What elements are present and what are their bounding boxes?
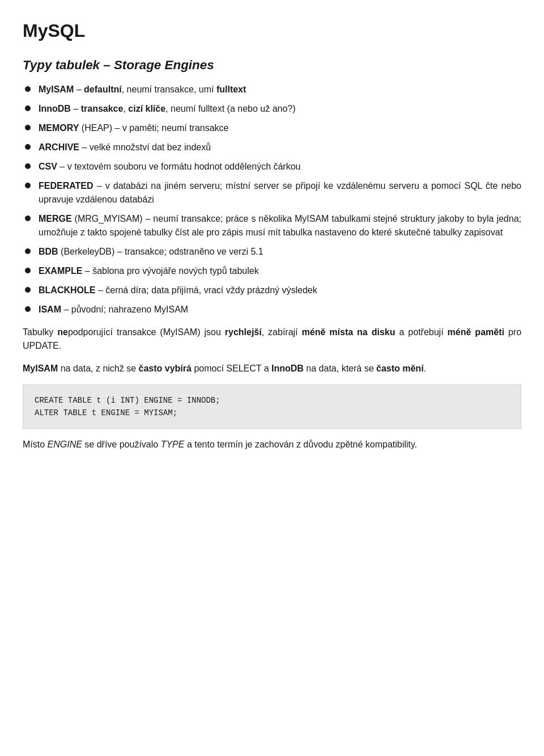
- list-item-merge: MERGE (MRG_MYISAM) – neumí transakce; pr…: [23, 212, 521, 239]
- paragraph-engine-type: Místo ENGINE se dříve používalo TYPE a t…: [23, 438, 521, 451]
- list-item-innodb: InnoDB – transakce, cizí klíče, neumí fu…: [23, 102, 521, 116]
- item-text-federated: FEDERATED – v databázi na jiném serveru;…: [39, 179, 521, 206]
- bullet-dot: [25, 287, 31, 293]
- page-title: MySQL: [23, 17, 521, 44]
- bullet-dot: [25, 163, 31, 169]
- item-text-merge: MERGE (MRG_MYISAM) – neumí transakce; pr…: [39, 212, 521, 239]
- item-text-csv: CSV – v textovém souboru ve formátu hodn…: [39, 160, 521, 174]
- bullet-dot: [25, 268, 31, 273]
- bullet-dot: [25, 216, 31, 221]
- bullet-dot: [25, 183, 31, 188]
- list-item-isam: ISAM – původní; nahrazeno MyISAM: [23, 303, 521, 316]
- list-item-example: EXAMPLE – šablona pro vývojáře nových ty…: [23, 264, 521, 278]
- paragraph-myisam-innodb: MyISAM na data, z nichž se často vybírá …: [23, 362, 521, 375]
- item-text-example: EXAMPLE – šablona pro vývojáře nových ty…: [39, 264, 521, 278]
- code-block: CREATE TABLE t (i INT) ENGINE = INNODB; …: [23, 385, 521, 429]
- item-text-bdb: BDB (BerkeleyDB) – transakce; odstraněno…: [39, 245, 521, 259]
- bullet-dot: [25, 105, 31, 111]
- item-text-archive: ARCHIVE – velké množství dat bez indexů: [39, 141, 521, 154]
- item-text-myisam: MyISAM – defaultní, neumí transakce, umí…: [39, 83, 521, 96]
- bullet-dot: [25, 86, 31, 92]
- item-text-isam: ISAM – původní; nahrazeno MyISAM: [39, 303, 521, 316]
- code-line-1: CREATE TABLE t (i INT) ENGINE = INNODB;: [35, 394, 509, 407]
- list-item-blackhole: BLACKHOLE – černá díra; data přijímá, vr…: [23, 284, 521, 297]
- list-item-federated: FEDERATED – v databázi na jiném serveru;…: [23, 179, 521, 206]
- storage-engines-list: MyISAM – defaultní, neumí transakce, umí…: [23, 83, 521, 316]
- section-title: Typy tabulek – Storage Engines: [23, 56, 521, 75]
- code-line-2: ALTER TABLE t ENGINE = MYISAM;: [35, 407, 509, 419]
- list-item-bdb: BDB (BerkeleyDB) – transakce; odstraněno…: [23, 245, 521, 259]
- bullet-dot: [25, 248, 31, 254]
- bullet-dot: [25, 306, 31, 312]
- bullet-dot: [25, 125, 31, 130]
- list-item-memory: MEMORY (HEAP) – v paměti; neumí transakc…: [23, 121, 521, 135]
- item-text-blackhole: BLACKHOLE – černá díra; data přijímá, vr…: [39, 284, 521, 297]
- item-text-innodb: InnoDB – transakce, cizí klíče, neumí fu…: [39, 102, 521, 116]
- list-item-myisam: MyISAM – defaultní, neumí transakce, umí…: [23, 83, 521, 96]
- list-item-archive: ARCHIVE – velké množství dat bez indexů: [23, 141, 521, 154]
- bullet-dot: [25, 144, 31, 150]
- item-text-memory: MEMORY (HEAP) – v paměti; neumí transakc…: [39, 121, 521, 135]
- paragraph-transactions: Tabulky nepodporující transakce (MyISAM)…: [23, 326, 521, 353]
- list-item-csv: CSV – v textovém souboru ve formátu hodn…: [23, 160, 521, 174]
